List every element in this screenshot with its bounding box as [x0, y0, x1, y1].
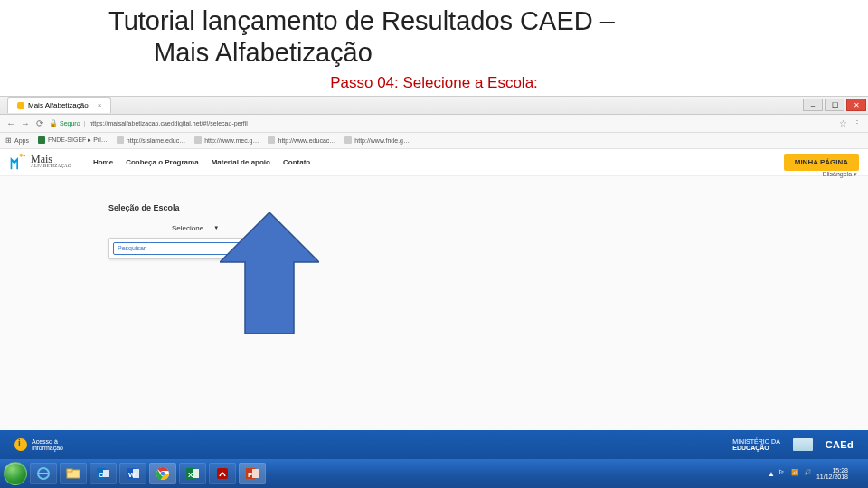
- bookmark-favicon: [117, 136, 124, 144]
- info-icon: [14, 438, 27, 451]
- footer-caed: CAEd: [826, 439, 854, 450]
- taskbar-excel[interactable]: X: [179, 463, 206, 484]
- svg-rect-4: [67, 469, 72, 472]
- site-header: Mais ALFABETIZAÇÃO Home Conheça o Progra…: [0, 149, 868, 176]
- apps-icon: ⊞: [5, 136, 12, 145]
- nav-reload-icon[interactable]: ⟳: [34, 117, 45, 128]
- svg-text:W: W: [128, 471, 136, 479]
- callout-arrow-icon: [220, 212, 319, 334]
- window-minimize-button[interactable]: –: [803, 99, 823, 111]
- taskbar-clock[interactable]: 15:28 11/12/2018: [816, 467, 848, 480]
- browser-tab-row: Mais Alfabetização × – ☐ ✕: [0, 97, 868, 115]
- site-footer: Acesso àInformação MINISTÉRIO DA EDUCAÇÃ…: [0, 430, 868, 459]
- bookmark-favicon: [344, 136, 352, 144]
- taskbar-acrobat[interactable]: [209, 463, 236, 484]
- window-close-button[interactable]: ✕: [846, 99, 866, 111]
- svg-marker-1: [220, 212, 319, 334]
- svg-point-12: [161, 472, 165, 476]
- taskbar: O W X P ▲ 🏳 📶 🔊 15:28 11/12/2018: [0, 459, 868, 488]
- bookmark-item-0[interactable]: FNDE-SIGEF ▸ Pri…: [38, 136, 108, 144]
- nav-back-icon[interactable]: ←: [5, 117, 16, 128]
- slide-title-line1: Tutorial lançamento de Resultados CAED –: [0, 5, 868, 37]
- bookmark-item-3[interactable]: http://www.educac…: [268, 136, 335, 144]
- bookmark-favicon: [194, 136, 202, 144]
- browser-tab[interactable]: Mais Alfabetização ×: [7, 97, 111, 113]
- logo-icon: [9, 153, 27, 171]
- nav-contato[interactable]: Contato: [283, 158, 310, 166]
- slide-title-line2: Mais Alfabetização: [0, 37, 868, 69]
- slide-title-area: Tutorial lançamento de Resultados CAED –…: [0, 0, 868, 70]
- taskbar-explorer[interactable]: [60, 463, 87, 484]
- bookmarks-bar: ⊞Apps FNDE-SIGEF ▸ Pri… http://sislame.e…: [0, 133, 868, 149]
- security-label: Seguro: [60, 120, 80, 127]
- step-label: Passo 04: Selecione a Escola:: [0, 74, 868, 92]
- taskbar-word[interactable]: W: [119, 463, 146, 484]
- taskbar-powerpoint[interactable]: P: [239, 463, 266, 484]
- window-buttons: – ☐ ✕: [803, 99, 868, 111]
- bookmark-item-1[interactable]: http://sislame.educ…: [117, 136, 185, 144]
- taskbar-ie[interactable]: [30, 463, 57, 484]
- tray-network-icon[interactable]: 📶: [791, 469, 800, 478]
- svg-rect-14: [193, 469, 199, 478]
- footer-acesso-info[interactable]: Acesso àInformação: [14, 438, 63, 451]
- security-badge: 🔒 Seguro: [49, 119, 80, 127]
- url-text[interactable]: https://maisalfabetizacao.caeddigital.ne…: [89, 120, 834, 127]
- bookmark-item-4[interactable]: http://www.fnde.g…: [344, 136, 410, 144]
- menu-icon[interactable]: ⋮: [852, 117, 863, 128]
- tray-sound-icon[interactable]: 🔊: [804, 469, 813, 478]
- bookmark-item-2[interactable]: http://www.mec.g…: [194, 136, 259, 144]
- start-button[interactable]: [4, 462, 27, 485]
- show-desktop-button[interactable]: [854, 463, 861, 484]
- nav-forward-icon[interactable]: →: [20, 117, 31, 128]
- svg-rect-18: [252, 469, 259, 478]
- window-maximize-button[interactable]: ☐: [825, 99, 844, 111]
- brasil-logo-icon: [793, 438, 813, 451]
- nav-programa[interactable]: Conheça o Programa: [126, 158, 198, 166]
- apps-button[interactable]: ⊞Apps: [5, 136, 29, 145]
- svg-text:X: X: [188, 471, 193, 479]
- taskbar-outlook[interactable]: O: [90, 463, 117, 484]
- chevron-down-icon: ▼: [213, 225, 219, 230]
- nav-material[interactable]: Material de apoio: [212, 158, 270, 166]
- lock-icon: 🔒: [49, 119, 58, 127]
- nav-home[interactable]: Home: [93, 158, 113, 166]
- select-dropdown[interactable]: Selecione… ▼: [172, 224, 219, 232]
- tray-flag-icon[interactable]: 🏳: [778, 469, 788, 478]
- tab-label: Mais Alfabetização: [28, 101, 89, 109]
- footer-mec: MINISTÉRIO DA EDUCAÇÃO: [732, 438, 780, 451]
- bookmark-favicon: [38, 136, 45, 144]
- site-logo[interactable]: Mais ALFABETIZAÇÃO: [9, 153, 71, 171]
- star-icon[interactable]: ☆: [837, 117, 848, 128]
- tray-show-hidden-icon[interactable]: ▲: [768, 470, 775, 478]
- site-nav: Home Conheça o Programa Material de apoi…: [93, 158, 310, 166]
- system-tray: ▲ 🏳 📶 🔊 15:28 11/12/2018: [768, 463, 864, 484]
- svg-point-0: [24, 155, 25, 156]
- my-page-button[interactable]: MINHA PÁGINA: [784, 154, 859, 171]
- address-bar: ← → ⟳ 🔒 Seguro | https://maisalfabetizac…: [0, 115, 868, 133]
- tab-close-icon[interactable]: ×: [98, 101, 102, 109]
- bookmark-favicon: [268, 136, 275, 144]
- logo-text: Mais ALFABETIZAÇÃO: [31, 155, 71, 168]
- browser-mock: Mais Alfabetização × – ☐ ✕ ← → ⟳ 🔒 Segur…: [0, 96, 868, 439]
- section-label: Seleção de Escola: [108, 203, 850, 212]
- page-content: Seleção de Escola Selecione… ▼ ▾: [0, 176, 868, 259]
- svg-text:O: O: [99, 471, 104, 479]
- taskbar-chrome[interactable]: [149, 463, 176, 484]
- svg-text:P: P: [248, 471, 253, 479]
- tab-favicon: [17, 102, 24, 109]
